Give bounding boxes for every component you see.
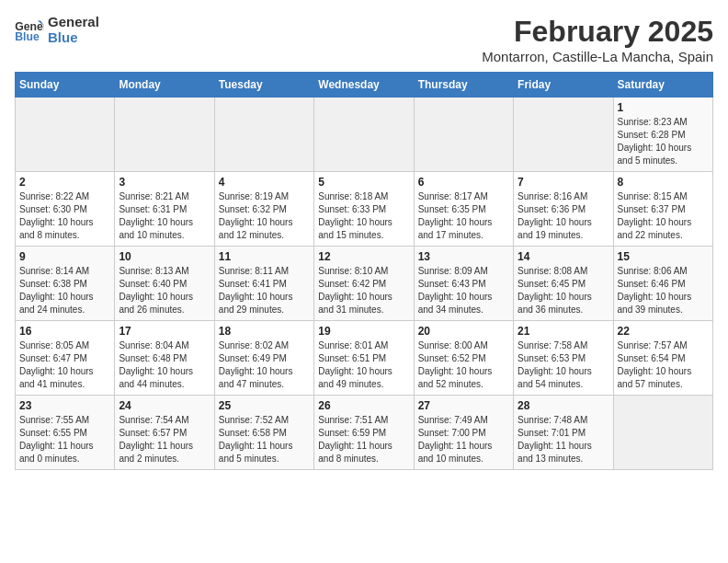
page-header: General Blue General Blue February 2025 … xyxy=(15,15,713,64)
calendar-cell: 23Sunrise: 7:55 AM Sunset: 6:55 PM Dayli… xyxy=(16,396,115,470)
day-info: Sunrise: 8:18 AM Sunset: 6:33 PM Dayligh… xyxy=(318,190,409,242)
day-info: Sunrise: 8:05 AM Sunset: 6:47 PM Dayligh… xyxy=(19,339,110,391)
day-info: Sunrise: 8:21 AM Sunset: 6:31 PM Dayligh… xyxy=(119,190,210,242)
calendar-cell: 19Sunrise: 8:01 AM Sunset: 6:51 PM Dayli… xyxy=(314,321,414,396)
calendar-cell xyxy=(514,98,613,172)
calendar-cell: 20Sunrise: 8:00 AM Sunset: 6:52 PM Dayli… xyxy=(414,321,513,396)
calendar-cell: 18Sunrise: 8:02 AM Sunset: 6:49 PM Dayli… xyxy=(214,321,313,396)
calendar-cell: 7Sunrise: 8:16 AM Sunset: 6:36 PM Daylig… xyxy=(514,172,613,247)
header-day-friday: Friday xyxy=(514,73,613,98)
day-number: 4 xyxy=(219,176,310,189)
calendar-cell: 9Sunrise: 8:14 AM Sunset: 6:38 PM Daylig… xyxy=(16,247,115,321)
day-info: Sunrise: 7:54 AM Sunset: 6:57 PM Dayligh… xyxy=(119,414,210,465)
calendar-cell: 14Sunrise: 8:08 AM Sunset: 6:45 PM Dayli… xyxy=(514,247,613,321)
calendar-cell: 25Sunrise: 7:52 AM Sunset: 6:58 PM Dayli… xyxy=(214,396,313,470)
day-info: Sunrise: 8:11 AM Sunset: 6:41 PM Dayligh… xyxy=(219,265,310,316)
day-info: Sunrise: 7:55 AM Sunset: 6:55 PM Dayligh… xyxy=(19,414,110,465)
calendar-week-5: 23Sunrise: 7:55 AM Sunset: 6:55 PM Dayli… xyxy=(16,396,713,470)
calendar-cell: 13Sunrise: 8:09 AM Sunset: 6:43 PM Dayli… xyxy=(414,247,513,321)
day-info: Sunrise: 8:22 AM Sunset: 6:30 PM Dayligh… xyxy=(19,190,110,242)
calendar-cell xyxy=(414,98,513,172)
calendar-cell: 1Sunrise: 8:23 AM Sunset: 6:28 PM Daylig… xyxy=(613,98,712,172)
calendar-cell: 16Sunrise: 8:05 AM Sunset: 6:47 PM Dayli… xyxy=(16,321,115,396)
calendar-cell: 27Sunrise: 7:49 AM Sunset: 7:00 PM Dayli… xyxy=(414,396,513,470)
logo-blue: Blue xyxy=(48,30,99,46)
calendar-cell: 11Sunrise: 8:11 AM Sunset: 6:41 PM Dayli… xyxy=(214,247,313,321)
day-number: 10 xyxy=(119,250,210,263)
day-number: 26 xyxy=(318,399,409,412)
month-title: February 2025 xyxy=(482,15,713,49)
calendar-cell: 28Sunrise: 7:48 AM Sunset: 7:01 PM Dayli… xyxy=(514,396,613,470)
day-info: Sunrise: 7:57 AM Sunset: 6:54 PM Dayligh… xyxy=(618,339,709,391)
day-number: 8 xyxy=(618,176,709,189)
day-number: 5 xyxy=(318,176,409,189)
calendar-cell: 2Sunrise: 8:22 AM Sunset: 6:30 PM Daylig… xyxy=(16,172,115,247)
day-number: 7 xyxy=(518,176,609,189)
calendar-cell: 21Sunrise: 7:58 AM Sunset: 6:53 PM Dayli… xyxy=(514,321,613,396)
day-info: Sunrise: 7:48 AM Sunset: 7:01 PM Dayligh… xyxy=(518,414,609,465)
day-number: 9 xyxy=(19,250,110,263)
day-number: 27 xyxy=(418,399,509,412)
calendar-cell xyxy=(214,98,313,172)
header-day-saturday: Saturday xyxy=(613,73,712,98)
header-day-thursday: Thursday xyxy=(414,73,513,98)
calendar-body: 1Sunrise: 8:23 AM Sunset: 6:28 PM Daylig… xyxy=(16,98,713,470)
day-info: Sunrise: 7:52 AM Sunset: 6:58 PM Dayligh… xyxy=(219,414,310,465)
calendar-week-1: 1Sunrise: 8:23 AM Sunset: 6:28 PM Daylig… xyxy=(16,98,713,172)
day-info: Sunrise: 7:49 AM Sunset: 7:00 PM Dayligh… xyxy=(418,414,509,465)
day-number: 25 xyxy=(219,399,310,412)
calendar-cell: 6Sunrise: 8:17 AM Sunset: 6:35 PM Daylig… xyxy=(414,172,513,247)
day-number: 21 xyxy=(518,325,609,338)
day-info: Sunrise: 8:19 AM Sunset: 6:32 PM Dayligh… xyxy=(219,190,310,242)
day-number: 24 xyxy=(119,399,210,412)
day-info: Sunrise: 8:00 AM Sunset: 6:52 PM Dayligh… xyxy=(418,339,509,391)
day-info: Sunrise: 8:14 AM Sunset: 6:38 PM Dayligh… xyxy=(19,265,110,316)
calendar-cell: 4Sunrise: 8:19 AM Sunset: 6:32 PM Daylig… xyxy=(214,172,313,247)
day-info: Sunrise: 8:06 AM Sunset: 6:46 PM Dayligh… xyxy=(618,265,709,316)
day-info: Sunrise: 8:08 AM Sunset: 6:45 PM Dayligh… xyxy=(518,265,609,316)
calendar-cell xyxy=(314,98,414,172)
logo: General Blue General Blue xyxy=(15,15,99,45)
day-info: Sunrise: 8:23 AM Sunset: 6:28 PM Dayligh… xyxy=(618,116,709,167)
day-number: 1 xyxy=(618,101,709,114)
day-number: 3 xyxy=(119,176,210,189)
day-number: 15 xyxy=(618,250,709,263)
calendar-header-row: SundayMondayTuesdayWednesdayThursdayFrid… xyxy=(16,73,713,98)
calendar-cell: 8Sunrise: 8:15 AM Sunset: 6:37 PM Daylig… xyxy=(613,172,712,247)
day-number: 18 xyxy=(219,325,310,338)
day-info: Sunrise: 8:15 AM Sunset: 6:37 PM Dayligh… xyxy=(618,190,709,242)
header-day-sunday: Sunday xyxy=(16,73,115,98)
calendar-cell xyxy=(613,396,712,470)
title-area: February 2025 Montarron, Castille-La Man… xyxy=(482,15,713,64)
day-info: Sunrise: 8:17 AM Sunset: 6:35 PM Dayligh… xyxy=(418,190,509,242)
calendar-cell: 3Sunrise: 8:21 AM Sunset: 6:31 PM Daylig… xyxy=(115,172,214,247)
calendar-cell: 22Sunrise: 7:57 AM Sunset: 6:54 PM Dayli… xyxy=(613,321,712,396)
day-info: Sunrise: 8:16 AM Sunset: 6:36 PM Dayligh… xyxy=(518,190,609,242)
calendar-cell xyxy=(115,98,214,172)
header-day-wednesday: Wednesday xyxy=(314,73,414,98)
location-title: Montarron, Castille-La Mancha, Spain xyxy=(482,49,713,64)
day-number: 13 xyxy=(418,250,509,263)
day-number: 11 xyxy=(219,250,310,263)
day-number: 2 xyxy=(19,176,110,189)
logo-general: General xyxy=(48,15,99,30)
header-day-monday: Monday xyxy=(115,73,214,98)
day-number: 20 xyxy=(418,325,509,338)
day-number: 23 xyxy=(19,399,110,412)
day-info: Sunrise: 8:10 AM Sunset: 6:42 PM Dayligh… xyxy=(318,265,409,316)
calendar-cell xyxy=(16,98,115,172)
calendar-cell: 12Sunrise: 8:10 AM Sunset: 6:42 PM Dayli… xyxy=(314,247,414,321)
day-info: Sunrise: 7:58 AM Sunset: 6:53 PM Dayligh… xyxy=(518,339,609,391)
calendar-week-3: 9Sunrise: 8:14 AM Sunset: 6:38 PM Daylig… xyxy=(16,247,713,321)
header-day-tuesday: Tuesday xyxy=(214,73,313,98)
calendar-cell: 15Sunrise: 8:06 AM Sunset: 6:46 PM Dayli… xyxy=(613,247,712,321)
day-number: 14 xyxy=(518,250,609,263)
calendar-cell: 26Sunrise: 7:51 AM Sunset: 6:59 PM Dayli… xyxy=(314,396,414,470)
day-info: Sunrise: 7:51 AM Sunset: 6:59 PM Dayligh… xyxy=(318,414,409,465)
calendar-week-2: 2Sunrise: 8:22 AM Sunset: 6:30 PM Daylig… xyxy=(16,172,713,247)
calendar-cell: 5Sunrise: 8:18 AM Sunset: 6:33 PM Daylig… xyxy=(314,172,414,247)
day-number: 6 xyxy=(418,176,509,189)
day-info: Sunrise: 8:04 AM Sunset: 6:48 PM Dayligh… xyxy=(119,339,210,391)
day-number: 17 xyxy=(119,325,210,338)
svg-text:Blue: Blue xyxy=(15,29,40,42)
